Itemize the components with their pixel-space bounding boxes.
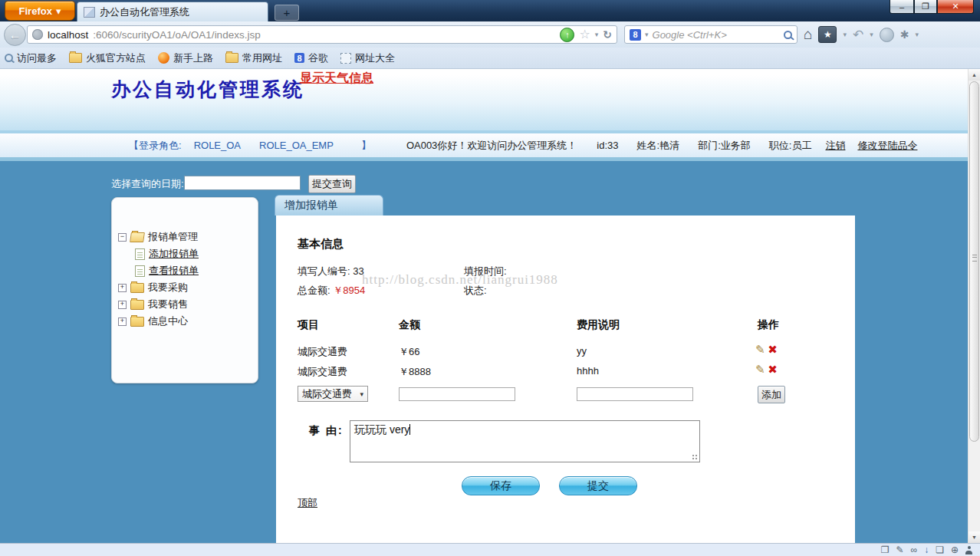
- table-row-amount: ￥8888: [399, 365, 431, 379]
- maximize-button[interactable]: ❐: [914, 0, 937, 14]
- tab-add-expense-form[interactable]: 增加报销单: [275, 195, 383, 215]
- chevron-down-icon: ▾: [56, 5, 61, 17]
- minimize-button[interactable]: –: [890, 0, 914, 14]
- scrollbar-thumb[interactable]: [969, 81, 979, 442]
- save-button[interactable]: 保存: [462, 476, 540, 495]
- addon-bubble-icon[interactable]: [880, 28, 894, 42]
- tree-node-purchase[interactable]: + 我要采购: [118, 279, 255, 296]
- weather-link[interactable]: 显示天气信息: [300, 71, 373, 87]
- download-arrow-icon[interactable]: ↓: [924, 545, 929, 554]
- back-arrow-icon: ←: [9, 28, 21, 42]
- bookmark-getting-started[interactable]: 新手上路: [158, 51, 213, 65]
- paintbrush-icon[interactable]: ✎: [896, 545, 904, 554]
- table-row-amount: ￥66: [399, 345, 419, 359]
- tab-favicon-icon: [84, 7, 95, 18]
- search-engine-dropdown-icon[interactable]: ▾: [645, 31, 649, 38]
- back-button[interactable]: ←: [4, 24, 26, 46]
- url-bar[interactable]: localhost :6060/scurityOA1/oA/OA1/indexs…: [27, 25, 617, 44]
- firefox-window: Firefox ▾ 办公自动化管理系统 + – ❐ ✕ ← localhost …: [0, 0, 980, 556]
- expense-type-select[interactable]: 城际交通费 ▾: [298, 386, 368, 402]
- add-row-button[interactable]: 添加: [758, 386, 785, 403]
- logout-link[interactable]: 注销: [825, 139, 845, 153]
- history-dropdown-icon[interactable]: ▾: [870, 31, 873, 38]
- chevron-down-icon: ▾: [360, 390, 363, 398]
- folder-icon: [225, 53, 238, 63]
- note-input[interactable]: [577, 387, 693, 401]
- reason-textarea[interactable]: 玩玩玩 very: [350, 420, 700, 462]
- firefox-menu-button[interactable]: Firefox ▾: [5, 1, 75, 21]
- bookmarks-dropdown-icon[interactable]: ▾: [843, 31, 847, 38]
- expand-icon[interactable]: +: [118, 317, 127, 326]
- glasses-icon[interactable]: ∞: [911, 545, 918, 554]
- status-bar: ❐ ✎ ∞ ↓ ❏ ⊕: [0, 543, 980, 556]
- expand-icon[interactable]: +: [118, 284, 127, 292]
- tree-label[interactable]: 添加报销单: [149, 247, 199, 261]
- screenshot-icon[interactable]: ⊕: [951, 545, 959, 554]
- back-to-top-link[interactable]: 顶部: [298, 496, 317, 510]
- search-icon[interactable]: [784, 31, 792, 39]
- search-engine-icon[interactable]: 8: [630, 29, 641, 41]
- sidebar-panel: − 报销单管理 添加报销单 查看报销单 + 我要采购 + 我要销售: [111, 197, 258, 383]
- table-row-actions: ✎ ✖: [755, 343, 778, 357]
- bookmark-most-visited[interactable]: 访问最多: [5, 51, 57, 65]
- bookmark-site-directory[interactable]: 网址大全: [340, 51, 395, 65]
- bookmarks-toolbar: 访问最多 火狐官方站点 新手上路 常用网址 8 谷歌 网址大全: [0, 48, 980, 69]
- go-button[interactable]: ↑: [560, 28, 574, 42]
- filler-field: 填写人编号: 33: [298, 265, 364, 278]
- submit-query-button[interactable]: 提交查询: [308, 175, 356, 193]
- submit-button[interactable]: 提交: [559, 476, 637, 495]
- bookmark-label: 常用网址: [242, 51, 282, 65]
- most-visited-icon: [5, 54, 13, 62]
- plugin-icon[interactable]: ✱: [900, 28, 909, 41]
- tree-node-info-center[interactable]: + 信息中心: [118, 313, 255, 330]
- close-icon: ✕: [952, 2, 959, 12]
- date-query-input[interactable]: [184, 176, 301, 190]
- tree-label[interactable]: 查看报销单: [149, 264, 199, 278]
- new-tab-button[interactable]: +: [275, 5, 299, 21]
- scroll-down-button[interactable]: ▼: [968, 531, 980, 543]
- search-input[interactable]: Google <Ctrl+K>: [653, 29, 780, 41]
- arrow-up-icon: ▲: [972, 72, 977, 77]
- reason-label: 事 由:: [309, 424, 344, 438]
- date-query-label: 选择查询的日期:: [111, 177, 184, 191]
- tree-node-expense-management[interactable]: − 报销单管理: [118, 229, 255, 245]
- toolbar-overflow-icon[interactable]: ▾: [916, 31, 919, 38]
- total-label: 总金额:: [298, 285, 331, 296]
- urlbar-dropdown-icon[interactable]: ▾: [595, 31, 599, 38]
- delete-icon[interactable]: ✖: [768, 363, 778, 376]
- collapse-icon[interactable]: −: [118, 233, 127, 242]
- person-icon[interactable]: [965, 546, 972, 554]
- bookmark-google[interactable]: 8 谷歌: [294, 51, 328, 65]
- edit-icon[interactable]: ✎: [755, 363, 765, 376]
- tree-link-view-expense[interactable]: 查看报销单: [118, 262, 255, 279]
- search-bar[interactable]: 8 ▾ Google <Ctrl+K>: [624, 25, 797, 44]
- table-row-item: 城际交通费: [298, 365, 347, 379]
- site-identity-icon[interactable]: [32, 29, 43, 40]
- bookmark-label: 网址大全: [355, 51, 395, 65]
- vertical-scrollbar[interactable]: ▲ ▼: [968, 69, 980, 543]
- change-password-link[interactable]: 修改登陆品令: [857, 139, 917, 153]
- dotted-square-icon: [340, 53, 351, 64]
- amount-input[interactable]: [399, 387, 515, 401]
- tree-link-add-expense[interactable]: 添加报销单: [118, 245, 255, 262]
- edit-icon[interactable]: ✎: [755, 343, 765, 356]
- popup-window-icon[interactable]: ❐: [881, 545, 890, 554]
- expand-icon[interactable]: +: [118, 301, 127, 309]
- history-icon[interactable]: ↶: [853, 27, 863, 43]
- delete-icon[interactable]: ✖: [768, 343, 778, 356]
- close-button[interactable]: ✕: [937, 0, 974, 14]
- user-dept: 部门:业务部: [698, 139, 751, 153]
- bookmark-firefox-official[interactable]: 火狐官方站点: [69, 51, 146, 65]
- windows-stack-icon[interactable]: ❏: [936, 545, 944, 554]
- scroll-up-button[interactable]: ▲: [968, 69, 980, 81]
- bookmarks-menu-button[interactable]: ★: [818, 26, 837, 43]
- bookmark-common-sites[interactable]: 常用网址: [225, 51, 282, 65]
- divider: [0, 157, 968, 161]
- reload-icon[interactable]: ↻: [603, 28, 612, 41]
- bookmark-star-icon[interactable]: ☆: [579, 28, 590, 41]
- column-header-actions: 操作: [758, 318, 779, 332]
- tree-node-sales[interactable]: + 我要销售: [118, 296, 255, 313]
- browser-tab[interactable]: 办公自动化管理系统: [77, 2, 268, 21]
- resize-grip-icon[interactable]: [692, 454, 698, 460]
- home-icon[interactable]: ⌂: [804, 26, 812, 43]
